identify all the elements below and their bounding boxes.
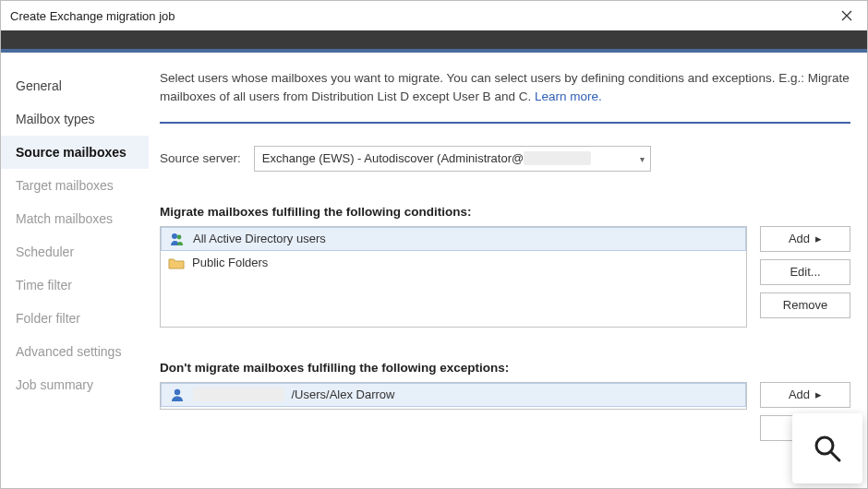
sidebar-item-general[interactable]: General	[1, 69, 149, 102]
folder-icon	[168, 256, 185, 270]
dialog-body: General Mailbox types Source mailboxes T…	[1, 53, 867, 488]
sidebar-item-source-mailboxes[interactable]: Source mailboxes	[1, 136, 149, 169]
sidebar-item-label: Mailbox types	[16, 112, 95, 126]
redacted-text: xxxxxxxxx	[193, 388, 284, 401]
svg-point-1	[177, 234, 182, 239]
edit-button[interactable]: Edit...	[760, 259, 850, 285]
sidebar-item-label: Advanced settings	[16, 344, 121, 359]
conditions-hgroup: All Active Directory users Public Folder…	[160, 226, 850, 328]
close-button[interactable]	[826, 1, 867, 30]
source-server-dropdown[interactable]: Exchange (EWS) - Autodiscover (Administr…	[254, 146, 651, 172]
sidebar-item-label: General	[16, 78, 62, 93]
triangle-right-icon: ▸	[815, 388, 822, 401]
user-icon	[169, 388, 186, 402]
search-icon	[811, 432, 844, 465]
sidebar-item-advanced-settings[interactable]: Advanced settings	[1, 335, 149, 368]
source-server-row: Source server: Exchange (EWS) - Autodisc…	[160, 146, 850, 172]
exceptions-listbox[interactable]: xxxxxxxxx /Users/Alex Darrow	[160, 382, 747, 410]
list-item[interactable]: Public Folders	[161, 251, 746, 275]
button-label: Edit...	[790, 265, 820, 279]
exceptions-hgroup: xxxxxxxxx /Users/Alex Darrow Add▸	[160, 382, 850, 441]
list-item-label: /Users/Alex Darrow	[292, 388, 395, 401]
magnify-overlay[interactable]	[792, 413, 862, 483]
add-button[interactable]: Add▸	[760, 226, 850, 252]
sidebar-item-match-mailboxes[interactable]: Match mailboxes	[1, 202, 149, 235]
users-icon	[169, 232, 186, 246]
titlebar: Create Exchange migration job	[1, 1, 867, 30]
button-label: Remove	[783, 298, 827, 312]
remove-button[interactable]: Remove	[760, 292, 850, 318]
main-panel: Select users whose mailboxes you want to…	[149, 53, 867, 488]
sidebar-item-label: Target mailboxes	[16, 178, 114, 193]
sidebar-item-mailbox-types[interactable]: Mailbox types	[1, 102, 149, 136]
button-label: Add	[789, 388, 810, 401]
svg-point-0	[172, 233, 177, 239]
close-icon	[841, 10, 852, 21]
chevron-down-icon: ▾	[640, 153, 645, 163]
intro-text: Select users whose mailboxes you want to…	[160, 69, 850, 107]
sidebar-item-label: Time filter	[16, 278, 72, 292]
source-server-label: Source server:	[160, 151, 241, 165]
sidebar-item-label: Source mailboxes	[16, 145, 127, 160]
list-item-label: All Active Directory users	[193, 232, 326, 245]
dialog-window: Create Exchange migration job General Ma…	[0, 0, 868, 489]
section-divider	[160, 122, 850, 124]
redacted-text: xxxxx	[524, 151, 591, 165]
sidebar-item-label: Job summary	[16, 377, 93, 392]
exceptions-section: Don't migrate mailboxes fulfilling the f…	[160, 361, 850, 441]
exceptions-title: Don't migrate mailboxes fulfilling the f…	[160, 361, 850, 375]
header-band	[1, 30, 867, 53]
svg-line-4	[831, 452, 839, 460]
conditions-title: Migrate mailboxes fulfilling the followi…	[160, 205, 850, 219]
sidebar-item-time-filter[interactable]: Time filter	[1, 268, 149, 302]
sidebar-item-label: Folder filter	[16, 311, 80, 326]
list-item-label: Public Folders	[192, 256, 268, 269]
sidebar-item-folder-filter[interactable]: Folder filter	[1, 302, 149, 335]
learn-more-link[interactable]: Learn more.	[535, 89, 602, 103]
triangle-right-icon: ▸	[815, 232, 822, 245]
button-label: Add	[789, 232, 810, 245]
sidebar-item-job-summary[interactable]: Job summary	[1, 368, 149, 401]
intro-paragraph: Select users whose mailboxes you want to…	[160, 71, 850, 103]
window-title: Create Exchange migration job	[10, 9, 826, 23]
sidebar-item-label: Match mailboxes	[16, 211, 113, 226]
conditions-section: Migrate mailboxes fulfilling the followi…	[160, 205, 850, 328]
list-item[interactable]: xxxxxxxxx /Users/Alex Darrow	[161, 383, 746, 407]
svg-point-2	[175, 388, 180, 394]
sidebar-item-target-mailboxes[interactable]: Target mailboxes	[1, 169, 149, 202]
dropdown-value: Exchange (EWS) - Autodiscover (Administr…	[262, 151, 524, 165]
sidebar-item-scheduler[interactable]: Scheduler	[1, 235, 149, 268]
wizard-sidebar: General Mailbox types Source mailboxes T…	[1, 53, 149, 488]
sidebar-item-label: Scheduler	[16, 244, 74, 259]
list-item[interactable]: All Active Directory users	[161, 227, 746, 251]
conditions-listbox[interactable]: All Active Directory users Public Folder…	[160, 226, 747, 328]
add-button[interactable]: Add▸	[760, 382, 850, 408]
conditions-buttons: Add▸ Edit... Remove	[760, 226, 850, 318]
